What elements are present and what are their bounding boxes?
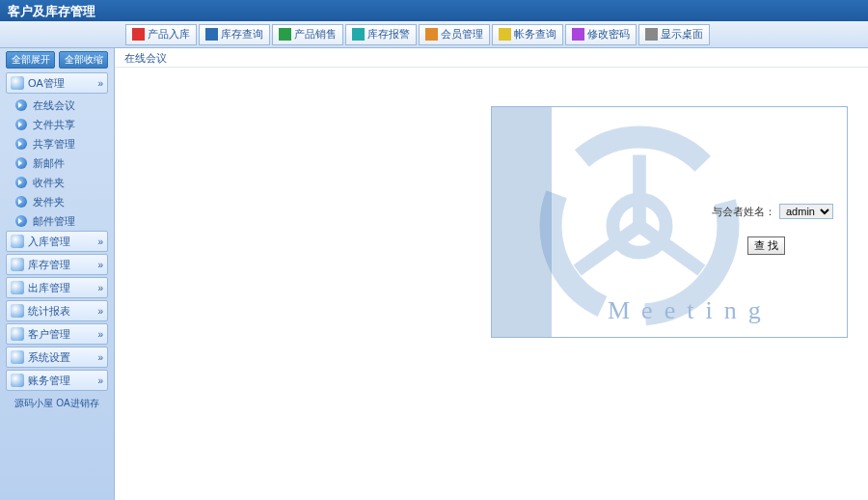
nav-group-label: OA管理 <box>28 76 65 91</box>
meeting-panel: Meeting 与会者姓名： admin 查 找 <box>491 106 848 338</box>
out-icon <box>11 281 24 294</box>
nav-group-7[interactable]: 账务管理» <box>6 370 108 391</box>
play-icon <box>15 138 27 150</box>
nav-item-0-1[interactable]: 文件共享 <box>6 115 108 134</box>
nav-group-label: 账务管理 <box>28 374 70 388</box>
attendee-select[interactable]: admin <box>779 204 833 219</box>
nav-item-label: 邮件管理 <box>33 214 75 229</box>
toolbar-label: 库存查询 <box>221 27 263 42</box>
nav-group-label: 库存管理 <box>28 258 70 272</box>
book-icon <box>499 28 511 41</box>
play-icon <box>15 119 27 130</box>
nav-group-3[interactable]: 出库管理» <box>6 277 108 298</box>
search-icon <box>205 28 218 41</box>
account-icon <box>11 374 24 387</box>
alert-icon <box>352 28 365 41</box>
stock-icon <box>11 258 24 271</box>
toolbar-btn-2[interactable]: 产品销售 <box>272 24 343 45</box>
search-button[interactable]: 查 找 <box>747 236 785 255</box>
arrow-right-icon <box>132 28 145 41</box>
nav-group-5[interactable]: 客户管理» <box>6 323 108 345</box>
toolbar-btn-7[interactable]: 显示桌面 <box>638 24 710 45</box>
play-icon <box>15 177 27 188</box>
user-icon <box>425 28 438 41</box>
chevron-right-icon: » <box>97 78 103 89</box>
nav-group-label: 统计报表 <box>28 304 70 319</box>
collapse-all-button[interactable]: 全部收缩 <box>59 51 108 69</box>
sidebar: 全部展开 全部收缩 OA管理»在线会议文件共享共享管理新邮件收件夹发件夹邮件管理… <box>0 48 114 500</box>
chart-icon <box>11 304 24 318</box>
client-icon <box>11 327 24 341</box>
toolbar-btn-6[interactable]: 修改密码 <box>565 24 637 45</box>
nav-group-label: 入库管理 <box>28 235 70 249</box>
nav-item-label: 新邮件 <box>33 156 65 171</box>
nav-item-label: 文件共享 <box>33 118 75 132</box>
toolbar-btn-4[interactable]: 会员管理 <box>419 24 490 45</box>
nav-group-0[interactable]: OA管理» <box>6 72 108 94</box>
play-icon <box>15 215 27 227</box>
nav-group-1[interactable]: 入库管理» <box>6 231 108 252</box>
toolbar-label: 会员管理 <box>441 27 483 42</box>
nav-item-label: 在线会议 <box>33 98 75 113</box>
toolbar-btn-5[interactable]: 帐务查询 <box>492 24 563 45</box>
arrow-left-icon <box>279 28 291 41</box>
toolbar-label: 产品入库 <box>148 27 190 42</box>
nav-item-0-3[interactable]: 新邮件 <box>6 153 108 173</box>
lock-icon <box>572 28 584 41</box>
desktop-icon <box>645 28 658 41</box>
breadcrumb: 在线会议 <box>115 48 868 68</box>
nav-item-0-0[interactable]: 在线会议 <box>6 96 108 115</box>
nav-item-label: 收件夹 <box>33 176 65 190</box>
nav-group-label: 系统设置 <box>28 350 70 365</box>
nav-group-4[interactable]: 统计报表» <box>6 300 108 321</box>
toolbar-label: 库存报警 <box>367 27 410 42</box>
nav-group-2[interactable]: 库存管理» <box>6 254 108 275</box>
chevron-right-icon: » <box>97 306 103 317</box>
title-bar: 客户及库存管理 <box>0 0 868 21</box>
app-title: 客户及库存管理 <box>8 4 95 18</box>
toolbar-label: 显示桌面 <box>661 27 703 42</box>
expand-all-button[interactable]: 全部展开 <box>6 51 55 69</box>
attendee-label: 与会者姓名： <box>712 205 775 219</box>
toolbar-btn-0[interactable]: 产品入库 <box>125 24 197 45</box>
footer-note: 源码小屋 OA进销存 <box>6 397 108 410</box>
nav-group-label: 客户管理 <box>28 327 70 342</box>
main-area: 在线会议 Meeting 与会者姓名： admin 查 找 <box>114 48 868 500</box>
play-icon <box>15 196 27 208</box>
nav-group-label: 出库管理 <box>28 281 70 295</box>
nav-item-label: 发件夹 <box>33 195 65 209</box>
play-icon <box>15 157 27 169</box>
toolbar: 产品入库库存查询产品销售库存报警会员管理帐务查询修改密码显示桌面 <box>0 21 868 48</box>
chevron-right-icon: » <box>97 236 103 247</box>
chevron-right-icon: » <box>97 283 103 293</box>
chevron-right-icon: » <box>97 375 103 386</box>
nav-item-0-2[interactable]: 共享管理 <box>6 134 108 153</box>
chevron-right-icon: » <box>97 329 103 340</box>
nav-item-0-6[interactable]: 邮件管理 <box>6 211 108 231</box>
toolbar-label: 修改密码 <box>587 27 630 42</box>
nav-item-0-4[interactable]: 收件夹 <box>6 173 108 192</box>
chevron-right-icon: » <box>97 260 103 270</box>
cursor-icon <box>11 76 24 90</box>
nav-item-label: 共享管理 <box>33 137 75 152</box>
toolbar-label: 产品销售 <box>294 27 337 42</box>
nav-group-6[interactable]: 系统设置» <box>6 347 108 368</box>
gear-icon <box>11 350 24 364</box>
toolbar-btn-3[interactable]: 库存报警 <box>345 24 417 45</box>
toolbar-label: 帐务查询 <box>514 27 556 42</box>
nav-item-0-5[interactable]: 发件夹 <box>6 192 108 211</box>
chevron-right-icon: » <box>97 352 103 363</box>
play-icon <box>15 99 27 111</box>
toolbar-btn-1[interactable]: 库存查询 <box>199 24 270 45</box>
in-icon <box>11 235 24 248</box>
watermark-text: Meeting <box>608 296 773 325</box>
